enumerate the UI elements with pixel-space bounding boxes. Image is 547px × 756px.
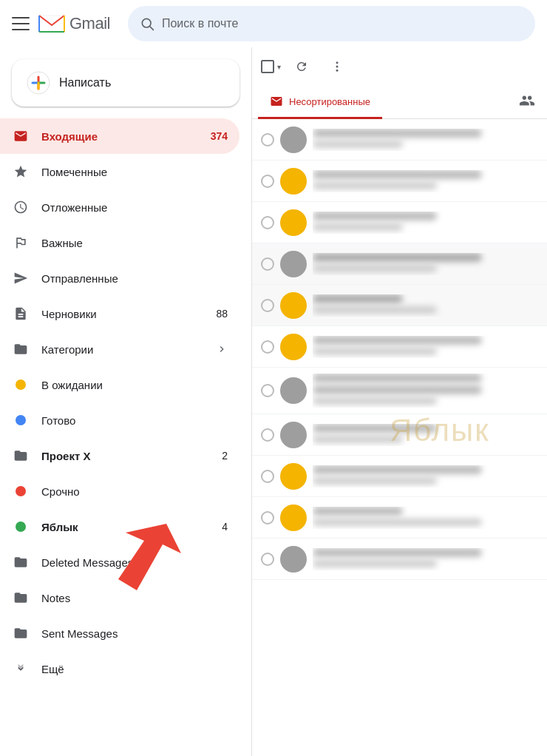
avatar bbox=[280, 168, 307, 195]
inbox-badge: 374 bbox=[211, 130, 228, 142]
more-options-button[interactable] bbox=[322, 52, 352, 81]
table-row[interactable] bbox=[252, 326, 547, 368]
row-checkbox[interactable] bbox=[261, 470, 274, 483]
sidebar-item-more[interactable]: Ещё bbox=[0, 651, 239, 686]
menu-button[interactable] bbox=[12, 15, 30, 33]
sidebar-item-categories[interactable]: Категории bbox=[0, 331, 239, 367]
avatar bbox=[280, 209, 307, 236]
gmail-logo: Gmail bbox=[38, 13, 110, 34]
row-checkbox[interactable] bbox=[261, 384, 274, 397]
table-row[interactable] bbox=[252, 119, 547, 161]
avatar bbox=[280, 377, 307, 404]
star-icon bbox=[12, 163, 30, 180]
snoozed-label: Отложенные bbox=[41, 201, 228, 214]
table-row[interactable] bbox=[252, 414, 547, 456]
svg-point-12 bbox=[336, 66, 339, 68]
sidebar-item-drafts[interactable]: Черновики 88 bbox=[0, 296, 239, 331]
categories-label: Категории bbox=[41, 343, 204, 356]
inbox-label: Входящие bbox=[41, 130, 199, 143]
clock-icon bbox=[12, 198, 30, 216]
projectx-folder-icon bbox=[12, 447, 30, 465]
sidebar-item-yablyk[interactable]: Яблык 4 bbox=[0, 509, 239, 544]
sidebar-item-sentmsg[interactable]: Sent Messages bbox=[0, 615, 239, 651]
table-row[interactable] bbox=[252, 202, 547, 243]
row-checkbox[interactable] bbox=[261, 340, 274, 354]
refresh-button[interactable] bbox=[287, 52, 316, 81]
sidebar-item-sent[interactable]: Отправленные bbox=[0, 260, 239, 296]
email-content bbox=[313, 336, 538, 358]
sent-label: Отправленные bbox=[41, 272, 228, 285]
email-content bbox=[313, 465, 538, 487]
avatar bbox=[280, 251, 307, 277]
sidebar-item-starred[interactable]: Помеченные bbox=[0, 154, 239, 189]
select-all-checkbox[interactable]: ▾ bbox=[261, 60, 281, 73]
avatar bbox=[280, 546, 307, 573]
notes-folder-icon bbox=[12, 589, 30, 607]
waiting-label: В ожидании bbox=[41, 379, 228, 391]
table-row[interactable] bbox=[252, 285, 547, 326]
avatar bbox=[280, 504, 307, 531]
table-row[interactable] bbox=[252, 539, 547, 580]
email-content bbox=[313, 170, 538, 192]
urgent-label: Срочно bbox=[41, 485, 228, 498]
categories-chevron-icon bbox=[216, 343, 228, 355]
row-checkbox[interactable] bbox=[261, 511, 274, 524]
table-row[interactable] bbox=[252, 161, 547, 202]
table-row[interactable] bbox=[252, 368, 547, 414]
sent-icon bbox=[12, 269, 30, 287]
svg-point-11 bbox=[336, 61, 339, 64]
avatar bbox=[280, 126, 307, 153]
search-bar[interactable]: Поиск в почте bbox=[128, 6, 535, 41]
sidebar-item-notes[interactable]: Notes bbox=[0, 580, 239, 615]
app-layout: Написать Входящие 374 Помеченные bbox=[0, 47, 547, 756]
sidebar-item-deleted[interactable]: Deleted Messages bbox=[0, 544, 239, 580]
sidebar-item-waiting[interactable]: В ожидании bbox=[0, 367, 239, 402]
gmail-m-icon bbox=[38, 13, 65, 34]
email-content bbox=[313, 129, 538, 151]
expand-more-icon bbox=[12, 660, 30, 678]
email-content bbox=[313, 374, 538, 408]
svg-line-5 bbox=[150, 27, 154, 30]
sidebar-item-important[interactable]: Важные bbox=[0, 225, 239, 260]
row-checkbox[interactable] bbox=[261, 216, 274, 229]
deleted-label: Deleted Messages bbox=[41, 556, 228, 569]
row-checkbox[interactable] bbox=[261, 175, 274, 188]
sidebar-item-done[interactable]: Готово bbox=[0, 402, 239, 438]
avatar bbox=[280, 334, 307, 360]
email-content bbox=[313, 253, 538, 275]
email-content bbox=[313, 294, 538, 317]
sidebar-item-snoozed[interactable]: Отложенные bbox=[0, 189, 239, 225]
header: Gmail Поиск в почте bbox=[0, 0, 547, 47]
email-content bbox=[313, 424, 538, 446]
toolbar: ▾ bbox=[252, 47, 547, 86]
sidebar-item-inbox[interactable]: Входящие 374 bbox=[0, 118, 239, 154]
tab-unsorted[interactable]: Несортированные bbox=[258, 86, 382, 119]
deleted-folder-icon bbox=[12, 553, 30, 571]
starred-label: Помеченные bbox=[41, 166, 228, 178]
avatar bbox=[280, 292, 307, 319]
projectx-label: Проект Х bbox=[41, 450, 210, 462]
drafts-label: Черновики bbox=[41, 308, 204, 320]
table-row[interactable] bbox=[252, 456, 547, 497]
table-row[interactable] bbox=[252, 243, 547, 285]
more-label: Ещё bbox=[41, 663, 228, 675]
people-icon-button[interactable] bbox=[519, 92, 535, 112]
compose-button[interactable]: Написать bbox=[12, 59, 239, 107]
row-checkbox[interactable] bbox=[261, 299, 274, 312]
yablyk-label-icon bbox=[12, 518, 30, 536]
row-checkbox[interactable] bbox=[261, 553, 274, 566]
row-checkbox[interactable] bbox=[261, 133, 274, 146]
row-checkbox[interactable] bbox=[261, 257, 274, 271]
sidebar-item-urgent[interactable]: Срочно bbox=[0, 473, 239, 509]
main-content: ▾ Несортированные bbox=[251, 47, 547, 756]
table-row[interactable] bbox=[252, 497, 547, 539]
waiting-label-icon bbox=[12, 376, 30, 394]
inbox-icon bbox=[12, 127, 30, 145]
unsorted-tab-icon bbox=[270, 95, 283, 108]
row-checkbox[interactable] bbox=[261, 428, 274, 442]
compose-plus-icon bbox=[27, 71, 50, 95]
search-placeholder: Поиск в почте bbox=[162, 17, 238, 30]
sidebar-item-projectx[interactable]: Проект Х 2 bbox=[0, 438, 239, 473]
compose-label: Написать bbox=[59, 76, 111, 90]
svg-point-13 bbox=[336, 70, 339, 72]
